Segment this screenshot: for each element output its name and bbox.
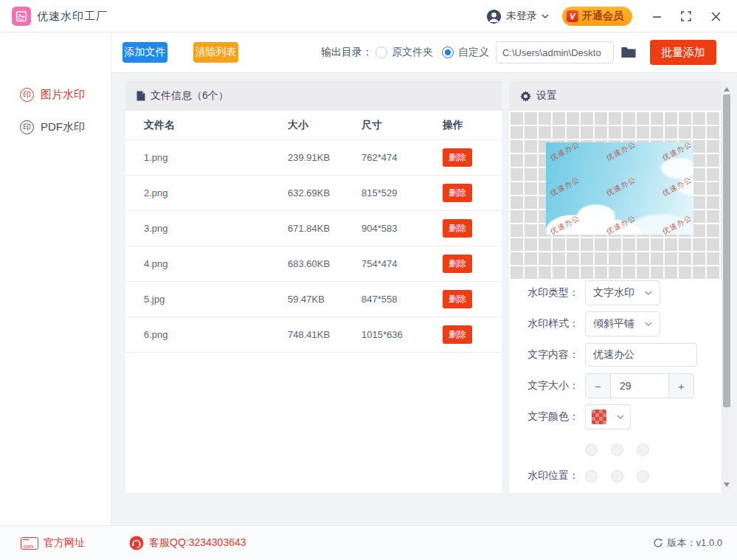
decrease-button[interactable]: −	[586, 374, 611, 398]
file-panel-header: 文件信息（6个）	[125, 81, 502, 111]
radio-custom-label: 自定义	[458, 46, 489, 59]
table-row: 5.jpg 59.47KB 847*558 删除	[125, 282, 502, 317]
minimize-button[interactable]	[646, 5, 668, 27]
table-header: 文件名 大小 尺寸 操作	[125, 111, 502, 140]
sidebar-item-label: 图片水印	[41, 88, 85, 102]
watermark-preview-image: 优速办公 优速办公 优速办公 优速办公 优速办公 优速办公 优速办公 优速办公 …	[546, 142, 693, 235]
delete-button[interactable]: 删除	[443, 148, 472, 167]
radio-custom-folder[interactable]: 自定义	[442, 46, 489, 59]
position-options-top	[585, 443, 662, 456]
support-qq-label: 客服QQ:3234303643	[149, 536, 246, 550]
delete-button[interactable]: 删除	[443, 255, 472, 273]
watermark-text: 优速办公	[604, 142, 637, 164]
maximize-button[interactable]	[675, 5, 697, 27]
increase-button[interactable]: +	[668, 374, 693, 398]
cell-size: 683.60KB	[288, 258, 361, 269]
watermark-style-label: 水印样式：	[509, 317, 579, 331]
login-menu[interactable]: 未登录	[486, 9, 549, 24]
scrollbar-thumb[interactable]	[723, 94, 730, 407]
position-radio[interactable]	[637, 470, 649, 483]
preview-transparency-grid: 优速办公 优速办公 优速办公 优速办公 优速办公 优速办公 优速办公 优速办公 …	[509, 111, 722, 279]
watermark-type-label: 水印类型：	[509, 286, 579, 300]
radio-icon-checked[interactable]	[442, 46, 454, 58]
refresh-icon[interactable]	[653, 538, 663, 548]
table-row: 2.png 632.69KB 815*529 删除	[125, 176, 502, 211]
settings-scrollbar[interactable]	[722, 81, 731, 493]
cell-dimensions: 847*558	[361, 294, 443, 305]
watermark-style-row: 水印样式： 倾斜平铺	[509, 311, 660, 336]
file-panel-title: 文件信息（6个）	[150, 89, 229, 103]
cell-size: 632.69KB	[288, 187, 361, 198]
chevron-down-icon	[541, 14, 549, 18]
support-qq-link[interactable]: 客服QQ:3234303643	[129, 536, 246, 550]
chevron-down-icon	[645, 322, 652, 326]
version-info: 版本：v1.0.0	[653, 536, 722, 550]
position-radio[interactable]	[585, 470, 598, 483]
radio-original-folder[interactable]: 原文件夹	[376, 46, 433, 59]
official-site-link[interactable]: .com 官方网址	[21, 536, 85, 550]
position-radio[interactable]	[611, 443, 623, 456]
watermark-text: 优速办公	[548, 142, 581, 164]
position-row-middle: 水印位置：	[509, 463, 662, 488]
folder-icon	[621, 46, 636, 58]
cell-dimensions: 1015*636	[361, 329, 443, 340]
app-window: 优速水印工厂 未登录 V 开通会员	[0, 0, 737, 560]
maximize-icon	[681, 11, 691, 21]
settings-panel-title: 设置	[536, 89, 557, 103]
login-label: 未登录	[506, 10, 537, 23]
browse-folder-button[interactable]	[619, 43, 638, 62]
text-size-value[interactable]: 29	[611, 374, 668, 398]
table-row: 3.png 671.84KB 904*583 删除	[125, 211, 502, 246]
watermark-text: 优速办公	[660, 142, 693, 164]
watermark-text: 优速办公	[548, 212, 581, 235]
sidebar-item-pdf-watermark[interactable]: 印 PDF水印	[0, 111, 111, 143]
text-color-picker[interactable]	[585, 404, 631, 429]
watermark-style-select[interactable]: 倾斜平铺	[585, 311, 660, 336]
watermark-text: 优速办公	[660, 212, 693, 235]
titlebar: 优速水印工厂 未登录 V 开通会员	[0, 0, 737, 32]
official-site-label: 官方网址	[44, 536, 85, 550]
cell-size: 748.41KB	[288, 329, 361, 340]
position-row-top	[509, 437, 662, 462]
output-path-input[interactable]	[496, 41, 614, 63]
watermark-type-value: 文字水印	[593, 286, 634, 300]
delete-button[interactable]: 删除	[443, 184, 472, 202]
color-swatch-icon	[592, 409, 606, 424]
cell-filename: 1.png	[125, 152, 288, 163]
cell-size: 59.47KB	[288, 294, 361, 305]
position-radio[interactable]	[611, 470, 623, 483]
app-logo-icon	[12, 7, 31, 26]
text-content-input[interactable]	[585, 343, 697, 367]
col-size: 大小	[288, 119, 361, 132]
cell-dimensions: 762*474	[361, 152, 443, 163]
toolbar: 添加文件 清除列表 输出目录： 原文件夹 自定义 批量添加	[111, 32, 737, 73]
main-content: 文件信息（6个） 文件名 大小 尺寸 操作 1.png 239.91KB 762…	[111, 73, 737, 525]
watermark-text: 优速办公	[604, 212, 637, 235]
watermark-text: 优速办公	[548, 174, 581, 198]
clear-list-button[interactable]: 清除列表	[193, 42, 238, 63]
vip-button-label: 开通会员	[582, 10, 623, 23]
position-radio[interactable]	[637, 443, 649, 456]
close-button[interactable]	[705, 5, 727, 27]
batch-add-button[interactable]: 批量添加	[650, 40, 716, 65]
open-vip-button[interactable]: V 开通会员	[562, 7, 632, 26]
sidebar-item-image-watermark[interactable]: 印 图片水印	[0, 78, 111, 111]
file-icon	[136, 91, 145, 101]
website-icon: .com	[21, 537, 38, 550]
delete-button[interactable]: 删除	[443, 325, 472, 344]
watermark-type-select[interactable]: 文字水印	[585, 280, 660, 305]
delete-button[interactable]: 删除	[443, 290, 472, 308]
stamp-icon: 印	[20, 120, 34, 134]
scroll-down-icon[interactable]	[724, 483, 730, 487]
col-operations: 操作	[443, 119, 502, 132]
delete-button[interactable]: 删除	[443, 219, 472, 238]
watermark-position-label: 水印位置：	[509, 469, 579, 483]
position-radio[interactable]	[585, 443, 598, 456]
cell-dimensions: 904*583	[361, 223, 443, 234]
watermark-text: 优速办公	[660, 174, 693, 198]
add-files-button[interactable]: 添加文件	[122, 42, 167, 63]
position-options-middle	[585, 470, 662, 483]
text-size-label: 文字大小：	[509, 379, 579, 393]
radio-icon[interactable]	[376, 46, 387, 58]
scroll-up-icon[interactable]	[724, 87, 730, 91]
